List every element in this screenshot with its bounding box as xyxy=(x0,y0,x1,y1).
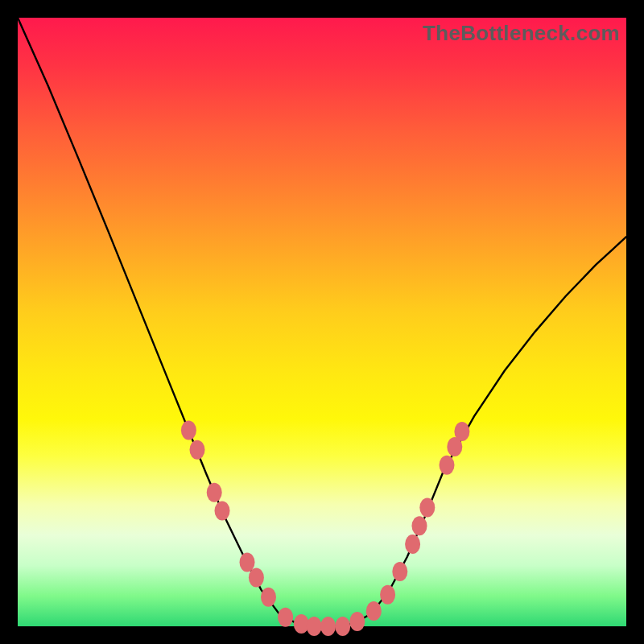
data-marker xyxy=(240,553,255,572)
data-marker xyxy=(412,516,427,535)
data-marker xyxy=(392,562,407,581)
data-marker xyxy=(405,535,420,554)
data-marker xyxy=(249,568,264,588)
bottleneck-curve xyxy=(18,18,626,626)
data-marker xyxy=(349,612,365,631)
data-marker xyxy=(320,617,336,636)
data-marker xyxy=(440,456,455,475)
chart-svg xyxy=(18,18,626,626)
plot-area: TheBottleneck.com xyxy=(18,18,626,626)
data-marker xyxy=(261,588,276,607)
data-marker xyxy=(190,440,205,460)
data-marker xyxy=(366,601,382,621)
chart-frame: TheBottleneck.com xyxy=(0,0,644,644)
data-marker xyxy=(207,483,222,502)
data-marker xyxy=(419,498,435,518)
data-marker xyxy=(294,614,309,634)
data-marker xyxy=(335,617,350,636)
data-marker xyxy=(215,501,230,520)
data-marker xyxy=(181,421,196,440)
data-marker xyxy=(307,617,322,636)
data-marker xyxy=(454,422,469,441)
data-marker xyxy=(278,608,293,627)
data-marker xyxy=(380,585,395,605)
markers-group xyxy=(181,421,470,636)
